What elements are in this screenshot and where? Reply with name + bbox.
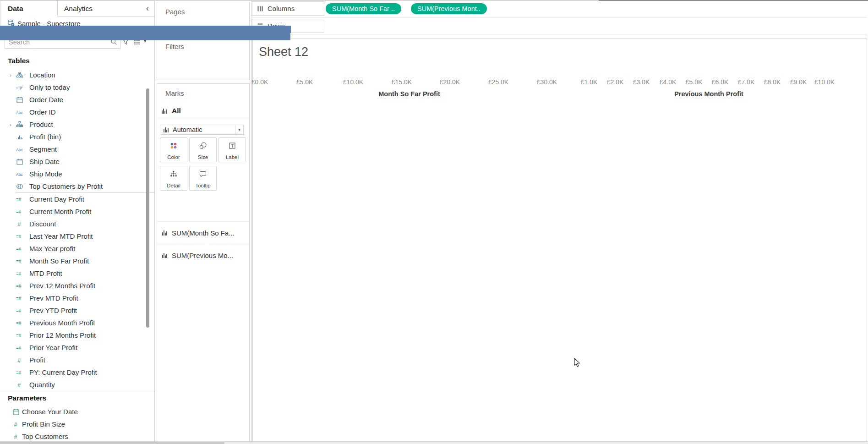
field-row-max-year-profit[interactable]: =#Max Year profit xyxy=(0,242,154,255)
field-label: Segment xyxy=(29,145,57,153)
field-row-choose-your-date[interactable]: Choose Your Date xyxy=(0,406,154,418)
number-icon: # xyxy=(14,381,26,389)
field-row-ship-mode[interactable]: AbcShip Mode xyxy=(0,168,154,180)
field-label: Current Day Profit xyxy=(29,195,84,203)
mark-button-label: Label xyxy=(219,154,246,160)
sidebar-scrollbar[interactable] xyxy=(146,88,149,328)
parameter-list: Choose Your Date#Profit Bin Size#Top Cus… xyxy=(0,406,154,443)
text-icon: Abc xyxy=(14,170,26,178)
mark-field-row[interactable]: SUM(Month So Fa... xyxy=(157,221,249,244)
field-label: Choose Your Date xyxy=(22,408,78,416)
mark-field-label: SUM(Previous Mo... xyxy=(172,252,233,259)
label-button[interactable]: TLabel xyxy=(218,137,246,162)
svg-text:T: T xyxy=(231,143,234,148)
svg-text:Abc: Abc xyxy=(16,172,23,176)
field-label: Discount xyxy=(29,220,56,228)
mark-type-caret[interactable]: ▾ xyxy=(235,125,243,134)
calc-boolean-icon: =T|F xyxy=(14,84,26,91)
detail-icon xyxy=(160,170,187,178)
mark-type-dropdown[interactable]: Automatic ▾ xyxy=(160,125,244,135)
field-row-month-so-far-profit[interactable]: =#Month So Far Profit xyxy=(0,255,154,267)
field-label: Product xyxy=(29,121,53,128)
field-label: Only to today xyxy=(29,83,70,91)
calendar-icon xyxy=(10,408,22,416)
field-row-mtd-profit[interactable]: =#MTD Profit xyxy=(0,267,154,280)
svg-text:#: # xyxy=(18,357,21,363)
bottom-scrollbar-thumb[interactable] xyxy=(0,442,224,444)
bottom-scrollbar-track[interactable] xyxy=(0,441,868,444)
calc-number-icon: =# xyxy=(14,245,26,252)
mark-type-value: Automatic xyxy=(173,126,202,133)
field-label: Top Customers xyxy=(22,433,68,440)
field-row-order-date[interactable]: Order Date xyxy=(0,93,154,106)
tooltip-button[interactable]: Tooltip xyxy=(189,166,217,191)
field-row-product[interactable]: ›Product xyxy=(0,118,154,131)
field-row-prev-12-months-profit[interactable]: =#Prev 12 Months Profit xyxy=(0,280,154,292)
svg-text:=#: =# xyxy=(16,234,22,239)
field-row-ship-date[interactable]: Ship Date xyxy=(0,155,154,168)
field-row-order-id[interactable]: AbcOrder ID xyxy=(0,106,154,118)
field-row-current-day-profit[interactable]: =#Current Day Profit xyxy=(0,193,154,205)
field-row-current-month-profit[interactable]: =#Current Month Profit xyxy=(0,205,154,218)
field-row-top-customers-by-profit[interactable]: Top Customers by Profit xyxy=(0,180,154,192)
field-label: Profit xyxy=(29,356,45,364)
axis-tick-label: £5.0K xyxy=(296,78,313,86)
size-button[interactable]: Size xyxy=(189,137,217,162)
field-row-location[interactable]: ›Location xyxy=(0,69,154,81)
field-row-prev-mtd-profit[interactable]: =#Prev MTD Profit xyxy=(0,292,154,304)
field-row-prior-12-months-profit[interactable]: =#Prior 12 Months Profit xyxy=(0,329,154,341)
axis-tick-label: £6.0K xyxy=(712,78,729,86)
field-row-prior-year-profit[interactable]: =#Prior Year Profit xyxy=(0,341,154,354)
field-row-discount[interactable]: #Discount xyxy=(0,218,154,230)
marks-all-row[interactable]: All xyxy=(161,105,245,116)
bar-mark[interactable] xyxy=(0,26,291,33)
color-button[interactable]: Color xyxy=(160,137,187,162)
field-row-prev-ytd-profit[interactable]: =#Prev YTD Profit xyxy=(0,304,154,317)
field-row-py-current-day-profit[interactable]: =#PY: Current Day Profit xyxy=(0,366,154,378)
expand-chevron-icon[interactable]: › xyxy=(8,122,13,127)
svg-text:=#: =# xyxy=(16,308,22,313)
tooltip-icon xyxy=(190,170,216,178)
svg-text:#: # xyxy=(14,433,17,440)
svg-text:=#: =# xyxy=(16,333,22,338)
svg-text:Abc: Abc xyxy=(16,110,23,115)
field-row-segment[interactable]: AbcSegment xyxy=(0,143,154,155)
field-row-last-year-mtd-profit[interactable]: =#Last Year MTD Profit xyxy=(0,230,154,242)
axis-tick-label: £3.0K xyxy=(633,78,650,86)
number-icon: # xyxy=(10,421,22,428)
mark-field-row[interactable]: SUM(Previous Mo... xyxy=(157,244,249,266)
calc-number-icon: =# xyxy=(14,369,26,376)
svg-text:=#: =# xyxy=(16,370,22,375)
filters-card[interactable]: Filters xyxy=(157,37,250,80)
field-row-only-to-today[interactable]: =T|FOnly to today xyxy=(0,81,154,93)
mark-field-label: SUM(Month So Fa... xyxy=(172,229,235,237)
calc-number-icon: =# xyxy=(14,208,26,215)
detail-button[interactable]: Detail xyxy=(160,166,187,191)
data-pane: Data Analytics ‹ Sample - Superstore ▾ T… xyxy=(0,1,154,441)
svg-text:=#: =# xyxy=(16,209,22,214)
field-label: Prior Year Profit xyxy=(29,344,77,351)
field-label: Previous Month Profit xyxy=(29,319,95,327)
svg-text:=#: =# xyxy=(16,247,22,252)
field-row-previous-month-profit[interactable]: =#Previous Month Profit xyxy=(0,317,154,329)
sidebar-right-border xyxy=(154,0,155,441)
field-row-quantity[interactable]: #Quantity xyxy=(0,378,154,391)
field-row-profit[interactable]: #Profit xyxy=(0,354,154,366)
hierarchy-icon xyxy=(14,121,26,128)
text-icon: Abc xyxy=(14,146,26,153)
bar-mark[interactable] xyxy=(0,33,290,40)
field-label: Month So Far Profit xyxy=(29,257,89,265)
field-row-profit-bin-[interactable]: Profit (bin) xyxy=(0,131,154,143)
sheet-title[interactable]: Sheet 12 xyxy=(259,45,308,59)
field-row-profit-bin-size[interactable]: #Profit Bin Size xyxy=(0,418,154,430)
calendar-icon xyxy=(14,158,26,165)
calc-number-icon: =# xyxy=(14,319,26,327)
number-icon: # xyxy=(14,356,26,364)
field-row-top-customers[interactable]: #Top Customers xyxy=(0,430,154,443)
field-label: PY: Current Day Profit xyxy=(29,368,97,376)
expand-chevron-icon[interactable]: › xyxy=(8,72,13,78)
svg-text:=#: =# xyxy=(16,259,22,264)
marks-card-label: Marks xyxy=(165,89,249,97)
field-label: MTD Profit xyxy=(29,269,62,277)
parameters-divider xyxy=(0,392,154,392)
